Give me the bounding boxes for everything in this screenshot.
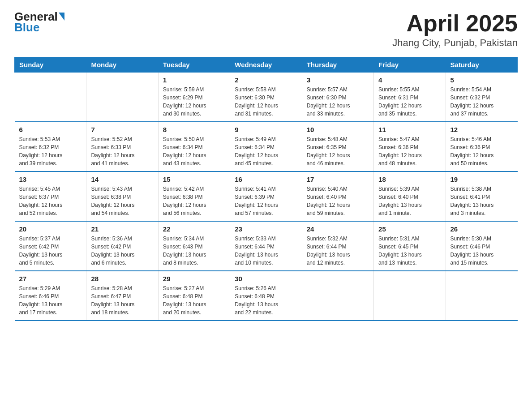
day-number: 21 [91, 225, 153, 233]
calendar-header-friday: Friday [374, 57, 446, 73]
day-info: Sunrise: 5:49 AMSunset: 6:34 PMDaylight:… [235, 135, 297, 167]
day-info: Sunrise: 5:41 AMSunset: 6:39 PMDaylight:… [235, 185, 297, 217]
calendar-cell: 29Sunrise: 5:27 AMSunset: 6:48 PMDayligh… [158, 271, 230, 321]
day-info: Sunrise: 5:34 AMSunset: 6:43 PMDaylight:… [163, 235, 225, 267]
day-info: Sunrise: 5:28 AMSunset: 6:47 PMDaylight:… [91, 284, 153, 317]
day-number: 13 [19, 176, 82, 183]
day-info: Sunrise: 5:59 AMSunset: 6:29 PMDaylight:… [163, 86, 225, 118]
day-number: 24 [307, 225, 369, 233]
day-number: 2 [235, 76, 297, 84]
calendar-cell: 13Sunrise: 5:45 AMSunset: 6:37 PMDayligh… [15, 171, 86, 221]
day-number: 22 [163, 225, 225, 233]
calendar-cell: 14Sunrise: 5:43 AMSunset: 6:38 PMDayligh… [86, 171, 158, 221]
day-number: 12 [450, 126, 513, 133]
calendar-table: SundayMondayTuesdayWednesdayThursdayFrid… [14, 57, 518, 321]
calendar-header-wednesday: Wednesday [230, 57, 302, 73]
day-info: Sunrise: 5:45 AMSunset: 6:37 PMDaylight:… [19, 185, 82, 217]
day-info: Sunrise: 5:52 AMSunset: 6:33 PMDaylight:… [91, 135, 153, 167]
day-number: 29 [163, 275, 225, 283]
calendar-cell: 9Sunrise: 5:49 AMSunset: 6:34 PMDaylight… [230, 122, 302, 171]
calendar-header-sunday: Sunday [15, 57, 86, 73]
calendar-cell: 2Sunrise: 5:58 AMSunset: 6:30 PMDaylight… [230, 73, 302, 122]
day-number: 6 [19, 126, 82, 133]
calendar-week-row: 27Sunrise: 5:29 AMSunset: 6:46 PMDayligh… [15, 271, 518, 321]
logo-arrow-icon [59, 13, 64, 21]
calendar-cell: 26Sunrise: 5:30 AMSunset: 6:46 PMDayligh… [446, 221, 517, 271]
calendar-cell: 27Sunrise: 5:29 AMSunset: 6:46 PMDayligh… [15, 271, 86, 321]
calendar-week-row: 6Sunrise: 5:53 AMSunset: 6:32 PMDaylight… [15, 122, 518, 171]
day-info: Sunrise: 5:40 AMSunset: 6:40 PMDaylight:… [307, 185, 369, 217]
calendar-cell: 8Sunrise: 5:50 AMSunset: 6:34 PMDaylight… [158, 122, 230, 171]
calendar-cell: 23Sunrise: 5:33 AMSunset: 6:44 PMDayligh… [230, 221, 302, 271]
logo: General Blue [14, 11, 64, 33]
calendar-cell: 3Sunrise: 5:57 AMSunset: 6:30 PMDaylight… [302, 73, 373, 122]
day-number: 16 [235, 176, 297, 183]
calendar-cell [374, 271, 446, 321]
calendar-cell [86, 73, 158, 122]
day-number: 1 [163, 76, 225, 84]
day-number: 7 [91, 126, 153, 133]
day-number: 30 [235, 275, 297, 283]
day-info: Sunrise: 5:43 AMSunset: 6:38 PMDaylight:… [91, 185, 153, 217]
day-info: Sunrise: 5:47 AMSunset: 6:36 PMDaylight:… [378, 135, 441, 167]
calendar-header-monday: Monday [86, 57, 158, 73]
day-number: 19 [450, 176, 513, 183]
calendar-cell: 6Sunrise: 5:53 AMSunset: 6:32 PMDaylight… [15, 122, 86, 171]
day-info: Sunrise: 5:57 AMSunset: 6:30 PMDaylight:… [307, 86, 369, 118]
calendar-cell: 25Sunrise: 5:31 AMSunset: 6:45 PMDayligh… [374, 221, 446, 271]
day-info: Sunrise: 5:53 AMSunset: 6:32 PMDaylight:… [19, 135, 82, 167]
calendar-cell: 1Sunrise: 5:59 AMSunset: 6:29 PMDaylight… [158, 73, 230, 122]
calendar-header-thursday: Thursday [302, 57, 373, 73]
day-info: Sunrise: 5:26 AMSunset: 6:48 PMDaylight:… [235, 284, 297, 317]
day-number: 27 [19, 275, 82, 283]
month-year-title: April 2025 [392, 11, 518, 36]
calendar-cell: 17Sunrise: 5:40 AMSunset: 6:40 PMDayligh… [302, 171, 373, 221]
calendar-cell: 16Sunrise: 5:41 AMSunset: 6:39 PMDayligh… [230, 171, 302, 221]
calendar-cell [446, 271, 517, 321]
calendar-week-row: 13Sunrise: 5:45 AMSunset: 6:37 PMDayligh… [15, 171, 518, 221]
day-info: Sunrise: 5:38 AMSunset: 6:41 PMDaylight:… [450, 185, 513, 217]
day-info: Sunrise: 5:58 AMSunset: 6:30 PMDaylight:… [235, 86, 297, 118]
calendar-cell: 22Sunrise: 5:34 AMSunset: 6:43 PMDayligh… [158, 221, 230, 271]
calendar-cell: 5Sunrise: 5:54 AMSunset: 6:32 PMDaylight… [446, 73, 517, 122]
calendar-header-row: SundayMondayTuesdayWednesdayThursdayFrid… [15, 57, 518, 73]
calendar-cell: 24Sunrise: 5:32 AMSunset: 6:44 PMDayligh… [302, 221, 373, 271]
day-info: Sunrise: 5:46 AMSunset: 6:36 PMDaylight:… [450, 135, 513, 167]
day-info: Sunrise: 5:32 AMSunset: 6:44 PMDaylight:… [307, 235, 369, 267]
location-subtitle: Jhang City, Punjab, Pakistan [392, 37, 518, 49]
day-number: 23 [235, 225, 297, 233]
calendar-cell: 30Sunrise: 5:26 AMSunset: 6:48 PMDayligh… [230, 271, 302, 321]
calendar-cell: 12Sunrise: 5:46 AMSunset: 6:36 PMDayligh… [446, 122, 517, 171]
day-number: 26 [450, 225, 513, 233]
calendar-cell [302, 271, 373, 321]
day-info: Sunrise: 5:27 AMSunset: 6:48 PMDaylight:… [163, 284, 225, 317]
calendar-week-row: 1Sunrise: 5:59 AMSunset: 6:29 PMDaylight… [15, 73, 518, 122]
day-info: Sunrise: 5:54 AMSunset: 6:32 PMDaylight:… [450, 86, 513, 118]
calendar-cell: 10Sunrise: 5:48 AMSunset: 6:35 PMDayligh… [302, 122, 373, 171]
day-number: 15 [163, 176, 225, 183]
calendar-header-tuesday: Tuesday [158, 57, 230, 73]
day-number: 18 [378, 176, 441, 183]
day-info: Sunrise: 5:31 AMSunset: 6:45 PMDaylight:… [378, 235, 441, 267]
page-header: General Blue April 2025 Jhang City, Punj… [14, 11, 518, 49]
day-info: Sunrise: 5:39 AMSunset: 6:40 PMDaylight:… [378, 185, 441, 217]
calendar-cell: 15Sunrise: 5:42 AMSunset: 6:38 PMDayligh… [158, 171, 230, 221]
day-number: 4 [378, 76, 441, 84]
calendar-cell [15, 73, 86, 122]
day-number: 11 [378, 126, 441, 133]
day-info: Sunrise: 5:50 AMSunset: 6:34 PMDaylight:… [163, 135, 225, 167]
calendar-cell: 21Sunrise: 5:36 AMSunset: 6:42 PMDayligh… [86, 221, 158, 271]
day-info: Sunrise: 5:36 AMSunset: 6:42 PMDaylight:… [91, 235, 153, 267]
day-info: Sunrise: 5:48 AMSunset: 6:35 PMDaylight:… [307, 135, 369, 167]
day-info: Sunrise: 5:42 AMSunset: 6:38 PMDaylight:… [163, 185, 225, 217]
day-info: Sunrise: 5:37 AMSunset: 6:42 PMDaylight:… [19, 235, 82, 267]
calendar-cell: 11Sunrise: 5:47 AMSunset: 6:36 PMDayligh… [374, 122, 446, 171]
day-info: Sunrise: 5:33 AMSunset: 6:44 PMDaylight:… [235, 235, 297, 267]
logo-blue-text: Blue [14, 21, 39, 33]
calendar-cell: 28Sunrise: 5:28 AMSunset: 6:47 PMDayligh… [86, 271, 158, 321]
day-info: Sunrise: 5:55 AMSunset: 6:31 PMDaylight:… [378, 86, 441, 118]
calendar-cell: 18Sunrise: 5:39 AMSunset: 6:40 PMDayligh… [374, 171, 446, 221]
day-info: Sunrise: 5:30 AMSunset: 6:46 PMDaylight:… [450, 235, 513, 267]
day-number: 10 [307, 126, 369, 133]
day-number: 3 [307, 76, 369, 84]
